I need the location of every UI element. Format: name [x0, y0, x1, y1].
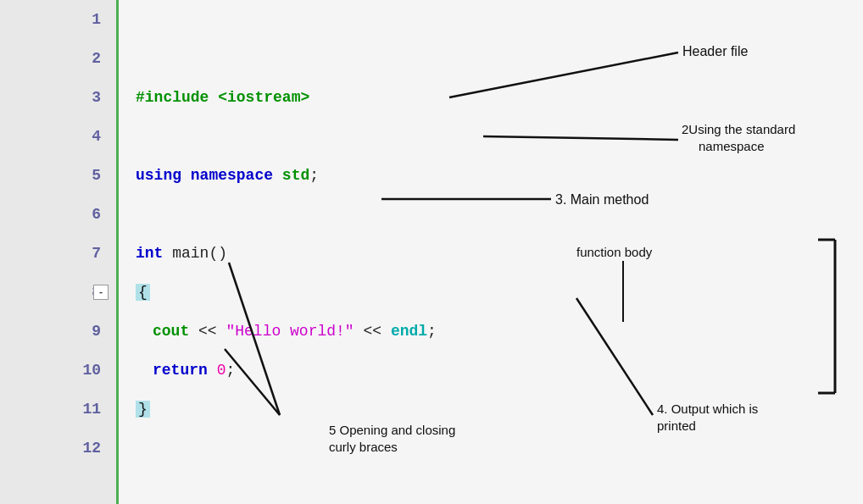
- return-keyword: return: [153, 362, 208, 379]
- semicolon-5: ;: [309, 167, 319, 184]
- hello-world-string: "Hello world!": [225, 323, 354, 340]
- code-area: #include <iostream> using namespace std;…: [119, 0, 863, 504]
- line-7: 7: [0, 234, 116, 273]
- editor-area: 1 2 3 4 5 6 7 8 - 9 10 11 12 #include <i…: [0, 0, 863, 504]
- semicolon-9: ;: [427, 323, 437, 340]
- line-2: 2: [0, 39, 116, 78]
- main-func: main(): [163, 245, 227, 262]
- shift-op-1: <<: [189, 323, 225, 340]
- space-10: [208, 362, 217, 379]
- line-6: 6: [0, 195, 116, 234]
- int-keyword: int: [136, 245, 163, 262]
- code-line-8: {: [136, 273, 863, 312]
- code-line-7: int main(): [136, 234, 863, 273]
- code-line-5: using namespace std;: [136, 156, 863, 195]
- code-line-2: [136, 39, 863, 78]
- semicolon-10: ;: [225, 362, 235, 379]
- code-line-4: [136, 117, 863, 156]
- code-line-1: [136, 0, 863, 39]
- line-3: 3: [0, 78, 116, 117]
- zero-literal: 0: [217, 362, 226, 379]
- collapse-button[interactable]: -: [93, 285, 109, 300]
- line-1: 1: [0, 0, 116, 39]
- code-line-9: cout << "Hello world!" << endl;: [136, 312, 863, 351]
- code-line-6: [136, 195, 863, 234]
- using-keyword: using namespace: [136, 167, 282, 184]
- line-10: 10: [0, 351, 116, 390]
- close-brace: }: [136, 401, 150, 418]
- line-9: 9: [0, 312, 116, 351]
- line-8: 8 -: [0, 273, 116, 312]
- line-11: 11: [0, 390, 116, 429]
- code-line-12: [136, 429, 863, 468]
- shift-op-2: <<: [354, 323, 391, 340]
- code-line-10: return 0;: [136, 351, 863, 390]
- cout-keyword: cout: [153, 323, 189, 340]
- code-line-3: #include <iostream>: [136, 78, 863, 117]
- line-numbers: 1 2 3 4 5 6 7 8 - 9 10 11 12: [0, 0, 119, 504]
- code-line-11: }: [136, 390, 863, 429]
- include-directive: #include <iostream>: [136, 89, 309, 106]
- std-keyword: std: [282, 167, 309, 184]
- line-12: 12: [0, 429, 116, 468]
- endl-keyword: endl: [391, 323, 427, 340]
- line-4: 4: [0, 117, 116, 156]
- line-5: 5: [0, 156, 116, 195]
- open-brace: {: [136, 284, 150, 301]
